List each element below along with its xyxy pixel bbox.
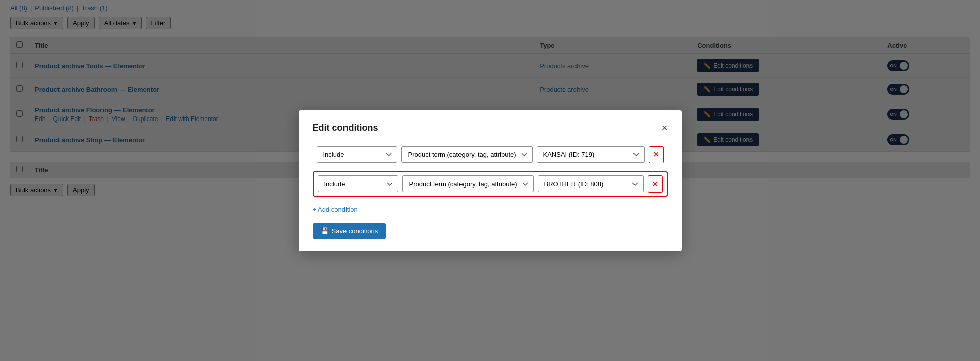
edit-conditions-modal: Edit conditions × Include Product term (… <box>299 110 682 251</box>
close-icon: ✕ <box>652 179 658 189</box>
save-conditions-label: Save conditions <box>332 227 378 235</box>
condition-row-2: Include Product term (category, tag, att… <box>313 171 668 197</box>
add-condition-button[interactable]: + Add condition <box>313 206 358 213</box>
include-select-2[interactable]: Include <box>318 175 398 192</box>
save-conditions-button[interactable]: 💾 Save conditions <box>313 223 386 239</box>
type-select-1[interactable]: Product term (category, tag, attribute) <box>401 146 533 163</box>
value-select-1[interactable]: KANSAI (ID: 719) <box>537 146 645 163</box>
remove-condition-2-button[interactable]: ✕ <box>648 175 663 193</box>
modal-title: Edit conditions <box>313 123 378 133</box>
modal-overlay[interactable]: Edit conditions × Include Product term (… <box>0 0 980 361</box>
condition-row-1: Include Product term (category, tag, att… <box>313 143 668 166</box>
modal-close-button[interactable]: × <box>662 123 668 133</box>
save-icon: 💾 <box>321 227 329 235</box>
include-select-1[interactable]: Include <box>317 146 397 163</box>
type-select-2[interactable]: Product term (category, tag, attribute) <box>402 175 534 192</box>
close-icon: ✕ <box>653 150 659 159</box>
modal-header: Edit conditions × <box>313 123 668 133</box>
value-select-2[interactable]: BROTHER (ID: 808) <box>538 175 644 192</box>
remove-condition-1-button[interactable]: ✕ <box>649 146 664 163</box>
modal-footer: 💾 Save conditions <box>313 223 668 239</box>
